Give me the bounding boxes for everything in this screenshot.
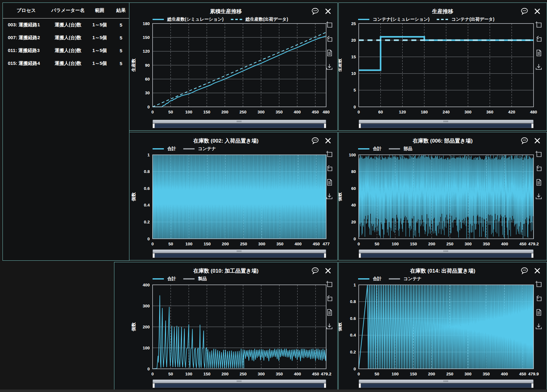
y-axis-label: 個数 <box>339 322 342 332</box>
svg-text:450: 450 <box>312 110 319 114</box>
notes-icon[interactable] <box>534 308 544 317</box>
svg-text:100: 100 <box>143 346 150 350</box>
range-slider-handle-right[interactable] <box>531 123 534 128</box>
range-slider-handle-left[interactable] <box>359 383 361 388</box>
range-slider-track[interactable] <box>153 120 326 123</box>
svg-text:0.6: 0.6 <box>144 186 150 191</box>
column-header-parameter: パラメーター名 <box>49 8 86 13</box>
range-slider-range[interactable] <box>359 124 534 128</box>
range-slider-handle-left[interactable] <box>153 123 155 128</box>
range-slider-handle-left[interactable] <box>359 123 361 128</box>
y-axis-label: 個数 <box>339 192 342 201</box>
range-slider-handle-left[interactable] <box>153 383 155 388</box>
chart-svg: 0510152025060120180240300360420480生産数 <box>339 3 547 130</box>
range-slider-handle-left[interactable] <box>359 253 361 258</box>
range-slider-track[interactable] <box>359 249 534 253</box>
range-slider-grip[interactable] <box>237 121 242 122</box>
reset-view-icon[interactable] <box>325 164 334 173</box>
notes-icon[interactable] <box>325 308 334 317</box>
series-line <box>359 155 534 239</box>
download-icon[interactable] <box>325 322 334 331</box>
range-slider[interactable] <box>359 249 534 258</box>
cell-process: 015: 運搬経路4 <box>3 60 49 66</box>
zoom-select-icon[interactable] <box>534 150 544 159</box>
column-header-range: 範囲 <box>86 8 113 13</box>
range-slider-grip[interactable] <box>237 250 242 252</box>
range-slider-range[interactable] <box>153 253 326 258</box>
reset-view-icon[interactable] <box>325 34 334 43</box>
range-slider-range[interactable] <box>359 253 534 258</box>
chart-plot[interactable]: 00.20.40.60.8105010015020025030035040045… <box>114 132 337 260</box>
chart-plot[interactable]: 00.20.40.60.8105010015020025030035040045… <box>339 262 547 390</box>
range-slider-handle-right[interactable] <box>324 383 326 388</box>
range-slider-grip[interactable] <box>444 380 449 382</box>
svg-text:300: 300 <box>465 372 472 376</box>
zoom-select-icon[interactable] <box>325 280 334 289</box>
chart-plot[interactable]: 0100200300400050100150200250300350400450… <box>114 262 337 390</box>
range-slider-range[interactable] <box>359 384 534 388</box>
download-icon[interactable] <box>534 192 544 201</box>
zoom-select-icon[interactable] <box>325 20 334 29</box>
notes-icon[interactable] <box>325 178 334 187</box>
range-slider[interactable] <box>359 120 534 128</box>
reset-view-icon[interactable] <box>534 34 544 43</box>
range-slider-range[interactable] <box>153 384 326 388</box>
range-slider-track[interactable] <box>359 120 534 123</box>
range-slider-grip[interactable] <box>444 250 449 252</box>
range-slider-handle-right[interactable] <box>531 383 534 388</box>
cell-range: 1～5個 <box>86 35 113 41</box>
reset-view-icon[interactable] <box>534 164 544 173</box>
table-row[interactable]: 011: 運搬経路3 運搬人(台)数 1～5個 5 <box>3 44 129 57</box>
svg-text:420: 420 <box>508 110 515 114</box>
download-icon[interactable] <box>325 192 334 201</box>
zoom-select-icon[interactable] <box>325 150 334 159</box>
column-header-result: 結果 <box>113 8 129 13</box>
chart-plot[interactable]: 0204060801000501001502002503003504004504… <box>339 132 547 260</box>
svg-text:450: 450 <box>313 242 320 246</box>
y-axis-label: 生産数 <box>131 58 136 72</box>
table-row[interactable]: 007: 運搬経路2 運搬人(台)数 1～5個 5 <box>3 31 129 44</box>
range-slider-grip[interactable] <box>444 121 449 122</box>
notes-icon[interactable] <box>534 178 544 187</box>
svg-text:100: 100 <box>185 110 192 114</box>
svg-text:300: 300 <box>143 304 150 308</box>
download-icon[interactable] <box>534 322 544 331</box>
cell-parameter: 運搬人(台)数 <box>49 48 86 54</box>
range-slider[interactable] <box>153 249 326 258</box>
reset-view-icon[interactable] <box>534 294 544 303</box>
range-slider[interactable] <box>359 379 534 388</box>
svg-text:400: 400 <box>501 372 508 376</box>
chart-plot[interactable]: 0306090120150180050100150200250300350400… <box>114 3 337 130</box>
zoom-select-icon[interactable] <box>534 280 544 289</box>
chart-toolbar <box>325 280 335 331</box>
range-slider[interactable] <box>153 379 326 388</box>
range-slider-grip[interactable] <box>237 380 242 382</box>
range-slider-handle-right[interactable] <box>324 253 326 258</box>
svg-text:0: 0 <box>151 372 154 376</box>
zoom-select-icon[interactable] <box>534 20 544 29</box>
range-slider-track[interactable] <box>153 379 326 383</box>
svg-text:0: 0 <box>147 105 150 109</box>
download-icon[interactable] <box>325 63 334 71</box>
notes-icon[interactable] <box>325 49 334 57</box>
svg-text:477: 477 <box>323 242 330 246</box>
chart-plot[interactable]: 0510152025060120180240300360420480生産数 <box>339 3 547 130</box>
range-slider-handle-right[interactable] <box>531 253 534 258</box>
svg-text:250: 250 <box>446 372 453 376</box>
range-slider[interactable] <box>153 120 326 128</box>
cell-process: 003: 運搬経路1 <box>3 22 49 28</box>
range-slider-handle-left[interactable] <box>153 253 155 258</box>
range-slider-handle-right[interactable] <box>324 123 326 128</box>
range-slider-range[interactable] <box>153 124 326 128</box>
svg-text:0: 0 <box>147 367 150 371</box>
svg-text:60: 60 <box>351 186 356 191</box>
range-slider-track[interactable] <box>359 379 534 383</box>
notes-icon[interactable] <box>534 49 544 57</box>
reset-view-icon[interactable] <box>325 294 334 303</box>
table-row[interactable]: 015: 運搬経路4 運搬人(台)数 1～5個 5 <box>3 57 129 70</box>
svg-text:50: 50 <box>168 372 173 376</box>
table-row[interactable]: 003: 運搬経路1 運搬人(台)数 1～5個 5 <box>3 18 129 31</box>
download-icon[interactable] <box>534 63 544 71</box>
range-slider-track[interactable] <box>153 249 326 253</box>
series-line <box>153 155 326 239</box>
